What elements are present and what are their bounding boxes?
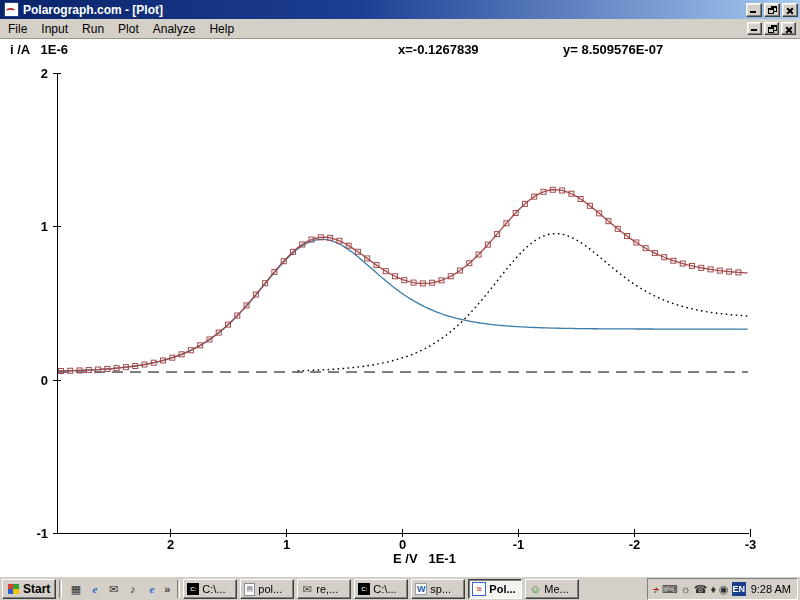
task-label: sp... — [430, 583, 451, 595]
menubar: File Input Run Plot Analyze Help — [0, 19, 800, 39]
antivirus-icon[interactable]: ♦ — [710, 584, 716, 595]
restore-icon — [768, 25, 777, 33]
task-label: Me... — [544, 583, 568, 595]
dos-icon: C: — [187, 583, 199, 595]
task-label: re,... — [316, 583, 338, 595]
browser-icon[interactable]: e — [143, 581, 160, 598]
show-desktop-icon[interactable]: ▦ — [67, 581, 84, 598]
app-window: Polarograph.com - [Plot] File Input Run … — [0, 0, 800, 600]
task-label: C:\... — [373, 583, 396, 595]
internet-explorer-icon[interactable]: e — [86, 581, 103, 598]
titlebar[interactable]: Polarograph.com - [Plot] — [0, 0, 800, 19]
close-button[interactable] — [782, 3, 798, 17]
restore-button[interactable] — [764, 3, 780, 17]
menu-run[interactable]: Run — [75, 20, 111, 38]
scheduler-icon[interactable]: ☼ — [681, 584, 691, 595]
menu-file[interactable]: File — [1, 20, 34, 38]
taskbar-divider — [59, 580, 62, 598]
window-title: Polarograph.com - [Plot] — [23, 3, 746, 17]
mail-icon: ✉ — [301, 583, 313, 595]
window-buttons — [746, 3, 798, 17]
x-axis-title: E /V 1E-1 — [393, 551, 456, 566]
minimize-button[interactable] — [746, 3, 762, 17]
y-axis-title: i /A 1E-6 — [10, 42, 68, 57]
messenger-icon: ☺ — [529, 583, 541, 595]
menu-plot[interactable]: Plot — [111, 20, 146, 38]
menu-help[interactable]: Help — [202, 20, 241, 38]
taskbar: Start ▦ e ✉ ♪ e » C: C:\... ▤ pol... ✉ r… — [0, 576, 800, 600]
fax-icon[interactable]: ☎ — [694, 584, 708, 595]
notepad-icon: ▤ — [244, 583, 255, 596]
system-tray: ♪ ⌨ ☼ ☎ ♦ ◉ EN 9:28 AM — [647, 578, 798, 600]
mdi-restore-button[interactable] — [764, 22, 779, 35]
language-indicator[interactable]: EN — [732, 582, 746, 596]
dos-icon: C: — [358, 583, 370, 595]
menu-input[interactable]: Input — [34, 20, 75, 38]
task-button-2[interactable]: ▤ pol... — [240, 579, 294, 599]
keyboard-icon[interactable]: ⌨ — [662, 584, 678, 595]
cursor-y-readout: y= 8.509576E-07 — [563, 42, 663, 57]
quick-launch: ▦ e ✉ ♪ e » — [65, 581, 174, 598]
minimize-icon — [750, 11, 756, 13]
mdi-minimize-button[interactable] — [747, 22, 762, 35]
task-button-1[interactable]: C: C:\... — [183, 579, 237, 599]
task-button-6-active[interactable]: ≈ Pol... — [468, 579, 522, 599]
network-icon[interactable]: ◉ — [719, 584, 729, 595]
task-label: Pol... — [489, 583, 515, 595]
mdi-window-buttons — [747, 22, 799, 35]
plot-client-area: i /A 1E-6 x=-0.1267839 y= 8.509576E-07 E… — [0, 39, 800, 576]
windows-logo-icon — [8, 584, 19, 594]
task-button-5[interactable]: W sp... — [411, 579, 465, 599]
close-icon — [785, 26, 793, 33]
start-label: Start — [23, 582, 50, 596]
plot-canvas[interactable] — [0, 38, 800, 576]
app-icon[interactable] — [4, 2, 19, 17]
taskbar-divider — [177, 580, 180, 598]
task-label: pol... — [258, 583, 282, 595]
outlook-icon[interactable]: ✉ — [105, 581, 122, 598]
menu-analyze[interactable]: Analyze — [146, 20, 203, 38]
restore-icon — [768, 6, 777, 14]
task-button-7[interactable]: ☺ Me... — [525, 579, 579, 599]
taskbar-clock: 9:28 AM — [749, 583, 791, 595]
cursor-x-readout: x=-0.1267839 — [398, 42, 479, 57]
polarograph-icon: ≈ — [472, 582, 486, 596]
minimize-icon — [751, 29, 757, 31]
task-button-3[interactable]: ✉ re,... — [297, 579, 351, 599]
word-icon: W — [415, 583, 427, 595]
task-label: C:\... — [202, 583, 225, 595]
start-button[interactable]: Start — [2, 579, 56, 599]
close-icon — [786, 7, 794, 14]
volume-muted-icon[interactable]: ♪ — [653, 584, 659, 595]
media-player-icon[interactable]: ♪ — [124, 581, 141, 598]
mdi-close-button[interactable] — [781, 22, 796, 35]
quick-launch-overflow-chevron[interactable]: » — [162, 581, 172, 598]
task-button-4[interactable]: C: C:\... — [354, 579, 408, 599]
